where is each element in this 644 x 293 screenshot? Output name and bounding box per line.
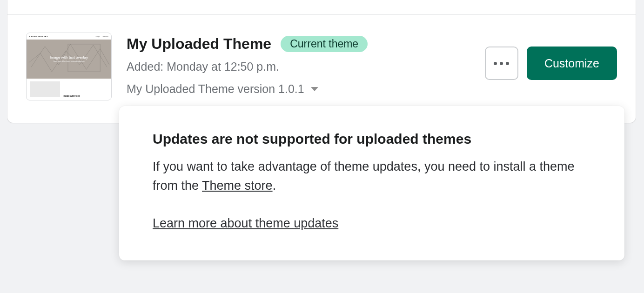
- current-theme-badge: Current theme: [281, 36, 368, 52]
- theme-actions: Customize: [485, 33, 617, 80]
- theme-added-date: Added: Monday at 12:50 p.m.: [127, 58, 470, 75]
- customize-button[interactable]: Customize: [527, 47, 617, 80]
- more-icon: [494, 62, 509, 65]
- thumbnail-brand: KAREN SNAREKS: [29, 35, 48, 38]
- theme-store-link[interactable]: Theme store: [202, 179, 273, 193]
- thumbnail-hero: Image with text overlay Lorem ipsum dolo…: [27, 40, 111, 79]
- thumbnail-nav: Shop Themes: [95, 35, 108, 38]
- popover-body-suffix: .: [273, 179, 276, 193]
- card-divider: [7, 0, 636, 15]
- chevron-down-icon: [311, 87, 318, 91]
- thumbnail-lower-image: [30, 81, 60, 97]
- learn-more-link[interactable]: Learn more about theme updates: [153, 216, 338, 230]
- theme-version-label: My Uploaded Theme version 1.0.1: [127, 80, 304, 97]
- theme-version-dropdown[interactable]: My Uploaded Theme version 1.0.1: [127, 80, 470, 97]
- thumbnail-hero-text: Image with text overlay: [50, 55, 88, 60]
- thumbnail-lower: Image with text: [27, 79, 111, 100]
- popover-body: If you want to take advantage of theme u…: [153, 157, 591, 195]
- title-row: My Uploaded Theme Current theme: [127, 35, 470, 53]
- thumbnail-nav-item: Shop: [95, 35, 100, 38]
- theme-card: KAREN SNAREKS Shop Themes Image with tex…: [7, 0, 636, 123]
- theme-info: My Uploaded Theme Current theme Added: M…: [127, 33, 470, 98]
- theme-thumbnail: KAREN SNAREKS Shop Themes Image with tex…: [26, 33, 112, 100]
- popover-title: Updates are not supported for uploaded t…: [153, 131, 591, 147]
- theme-title: My Uploaded Theme: [127, 35, 271, 53]
- more-actions-button[interactable]: [485, 47, 518, 80]
- updates-popover: Updates are not supported for uploaded t…: [119, 106, 624, 260]
- thumbnail-header: KAREN SNAREKS Shop Themes: [27, 33, 111, 40]
- thumbnail-lower-label: Image with text: [63, 94, 107, 97]
- thumbnail-lower-side: Image with text: [63, 81, 107, 97]
- thumbnail-nav-item: Themes: [102, 35, 108, 38]
- thumbnail-hero-subtext: Lorem ipsum dolor sit amet consectetur a…: [54, 60, 85, 62]
